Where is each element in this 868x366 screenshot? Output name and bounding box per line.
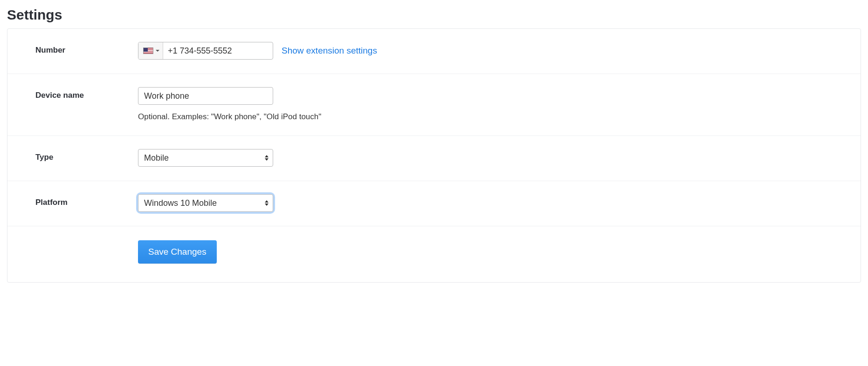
platform-select-wrap: Windows 10 Mobile [138, 194, 273, 212]
device-name-label: Device name [35, 87, 138, 100]
type-label: Type [35, 149, 138, 162]
caret-down-icon [156, 50, 159, 52]
row-number: Number Show extension settings [7, 29, 861, 74]
page-title: Settings [7, 7, 861, 23]
number-label: Number [35, 42, 138, 55]
row-device-name: Device name Optional. Examples: "Work ph… [7, 74, 861, 136]
settings-panel: Number Show extension settings Device na… [7, 28, 861, 283]
row-platform: Platform Windows 10 Mobile [7, 181, 861, 226]
save-changes-button[interactable]: Save Changes [138, 240, 217, 264]
type-select[interactable]: Mobile [138, 149, 273, 167]
device-name-helper: Optional. Examples: "Work phone", "Old i… [138, 112, 833, 122]
phone-field [138, 42, 273, 60]
type-select-wrap: Mobile [138, 149, 273, 167]
platform-label: Platform [35, 194, 138, 207]
row-type: Type Mobile [7, 136, 861, 181]
device-name-input[interactable] [138, 87, 273, 105]
country-flag-dropdown[interactable] [138, 42, 163, 59]
row-actions: Save Changes [7, 226, 861, 282]
phone-number-input[interactable] [163, 42, 273, 59]
show-extension-settings-link[interactable]: Show extension settings [282, 46, 377, 56]
platform-select[interactable]: Windows 10 Mobile [138, 194, 273, 212]
us-flag-icon [143, 47, 153, 54]
